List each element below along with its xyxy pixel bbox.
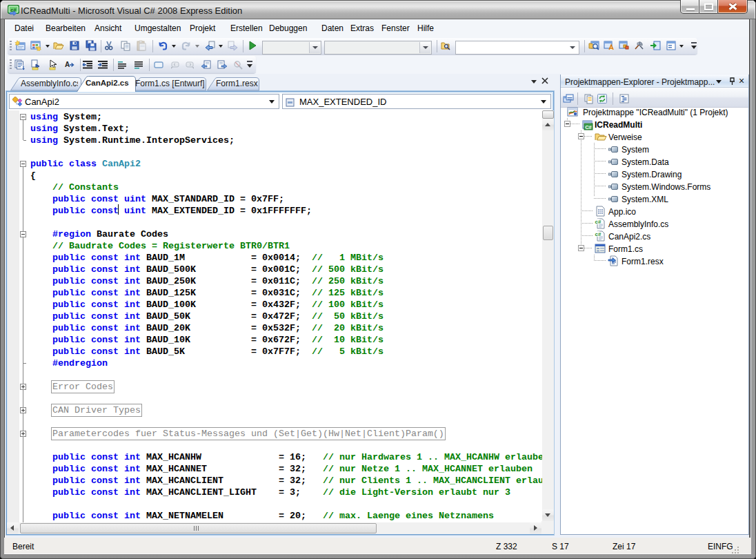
svg-text:c#: c# <box>595 219 601 225</box>
svg-text:C#: C# <box>585 124 592 130</box>
svg-text:A: A <box>65 61 70 68</box>
svg-text:c#: c# <box>595 231 601 237</box>
